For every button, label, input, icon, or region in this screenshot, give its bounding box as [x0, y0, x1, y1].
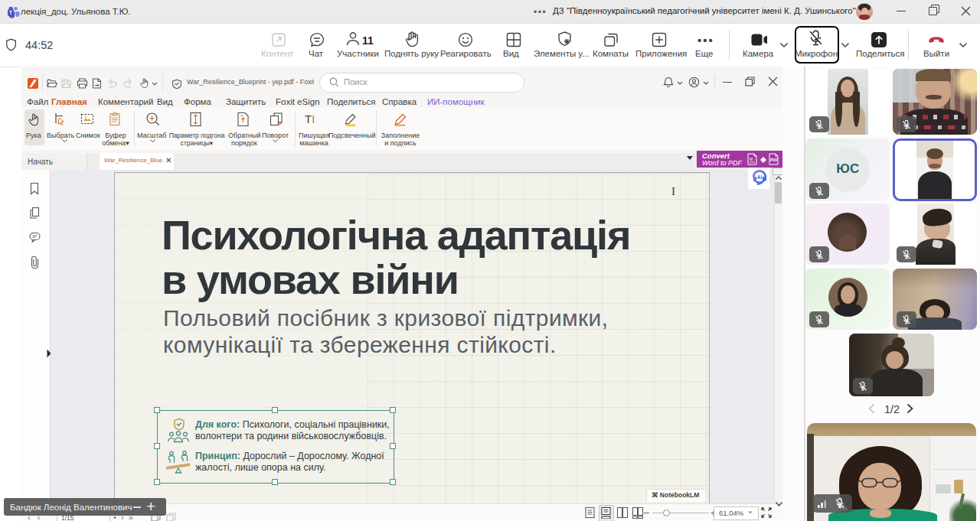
svg-text:PDF: PDF: [770, 158, 778, 162]
svg-text:AI: AI: [757, 174, 763, 180]
svg-text:T: T: [9, 10, 12, 15]
svg-text:W: W: [750, 158, 753, 161]
